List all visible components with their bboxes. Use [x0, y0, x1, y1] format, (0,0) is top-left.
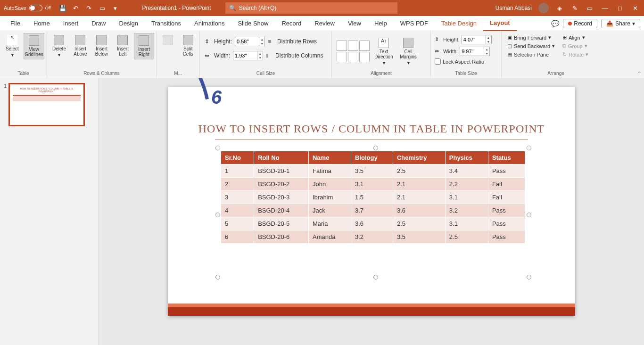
autosave-switch[interactable]	[29, 5, 42, 11]
table-header[interactable]: Status	[488, 151, 525, 164]
autosave-toggle[interactable]: AutoSave Off	[0, 5, 55, 11]
table-cell[interactable]: 3.5	[351, 164, 393, 178]
tab-home[interactable]: Home	[27, 16, 57, 31]
table-row[interactable]: 3BSGD-20-3Ibrahim1.52.13.1Fail	[221, 191, 525, 204]
table-row[interactable]: 6BSGD-20-6Amanda3.23.52.5Pass	[221, 230, 525, 244]
insert-above-button[interactable]: Insert Above	[70, 33, 91, 58]
tab-wpspdf[interactable]: WPS PDF	[394, 16, 435, 31]
qat-more-icon[interactable]: ▾	[111, 4, 120, 12]
user-name[interactable]: Usman Abbasi	[495, 5, 532, 11]
handle-tr[interactable]	[527, 146, 531, 150]
table-cell[interactable]: 1	[221, 164, 254, 178]
table-width-field[interactable]	[460, 49, 484, 54]
align-bc[interactable]	[348, 52, 358, 62]
table-cell[interactable]: 2.1	[393, 191, 445, 204]
table-cell[interactable]: Pass	[488, 204, 525, 217]
record-button[interactable]: Record	[563, 19, 597, 28]
table-cell[interactable]: 3.6	[351, 217, 393, 230]
thumbnail-image[interactable]: HOW TO INSERT ROWS / COLUMN IN TABLE IN …	[8, 83, 85, 126]
insert-below-button[interactable]: Insert Below	[91, 33, 112, 58]
merge-cells-button[interactable]: Merge Cells	[158, 33, 178, 58]
tab-file[interactable]: File	[4, 16, 27, 31]
distribute-rows-button[interactable]: Distribute Rows	[277, 38, 317, 45]
handle-tl[interactable]	[215, 146, 220, 150]
table-header[interactable]: Biology	[351, 151, 393, 164]
spin-up-icon[interactable]: ▴	[486, 35, 491, 40]
handle-bl[interactable]	[215, 275, 220, 279]
table-cell[interactable]: BSGD-20-3	[254, 191, 309, 204]
slide-title[interactable]: HOW TO INSERT ROWS / COLUMN IN TABLE IN …	[168, 123, 575, 135]
cell-margins-button[interactable]: Cell Margins▾	[398, 36, 419, 67]
insert-right-button[interactable]: Insert Right	[134, 33, 154, 59]
text-direction-button[interactable]: A↕Text Direction▾	[373, 36, 394, 67]
table-cell[interactable]: 2.5	[393, 217, 445, 230]
align-tc[interactable]	[348, 41, 358, 51]
diamond-icon[interactable]: ◈	[555, 4, 564, 12]
table-cell[interactable]: 3.1	[445, 191, 488, 204]
slide-thumbnails-panel[interactable]: 1 HOW TO INSERT ROWS / COLUMN IN TABLE I…	[0, 78, 99, 345]
undo-icon[interactable]: ↶	[72, 4, 80, 12]
spin-down-icon[interactable]: ▾	[259, 41, 264, 46]
table-cell[interactable]: Amanda	[308, 230, 351, 244]
handle-bc[interactable]	[373, 275, 378, 279]
table-row[interactable]: 4BSGD-20-4Jack3.73.63.2Pass	[221, 204, 525, 217]
table-cell[interactable]: BSGD-20-1	[254, 164, 309, 178]
table-cell[interactable]: 3.5	[393, 230, 445, 244]
table-header[interactable]: Name	[308, 151, 351, 164]
table-cell[interactable]: Fatima	[308, 164, 351, 178]
table-cell[interactable]: 2.5	[445, 230, 488, 244]
maximize-icon[interactable]: □	[616, 4, 624, 12]
pen-icon[interactable]: ✎	[570, 4, 579, 12]
table-row[interactable]: 2BSGD-20-2John3.12.12.2Fail	[221, 178, 525, 191]
slide-canvas[interactable]: 6 HOW TO INSERT ROWS / COLUMN IN TABLE I…	[168, 87, 575, 316]
minimize-icon[interactable]: —	[601, 4, 609, 12]
table-cell[interactable]: Pass	[488, 230, 525, 244]
table-cell[interactable]: BSGD-20-4	[254, 204, 309, 217]
table-cell[interactable]: Fail	[488, 191, 525, 204]
table-header[interactable]: Roll No	[254, 151, 309, 164]
align-br[interactable]	[359, 52, 370, 62]
table-header[interactable]: Chemistry	[393, 151, 445, 164]
handle-ml[interactable]	[215, 213, 220, 217]
table-cell[interactable]: 2.5	[393, 164, 445, 178]
table-cell[interactable]: John	[308, 178, 351, 191]
spin-down-icon[interactable]: ▾	[257, 56, 263, 60]
redo-icon[interactable]: ↷	[85, 4, 93, 12]
tab-help[interactable]: Help	[368, 16, 394, 31]
table-cell[interactable]: Fail	[488, 178, 525, 191]
table-cell[interactable]: Ibrahim	[308, 191, 351, 204]
table-cell[interactable]: 3.4	[445, 164, 488, 178]
search-box[interactable]: 🔍 Search (Alt+Q)	[225, 2, 397, 14]
collapse-ribbon-icon[interactable]: ⌃	[637, 71, 641, 76]
table-row[interactable]: 1BSGD-20-1Fatima3.52.53.4Pass	[221, 164, 525, 178]
lock-aspect-checkbox[interactable]	[435, 58, 441, 65]
table-cell[interactable]: Pass	[488, 164, 525, 178]
table-cell[interactable]: 3.1	[351, 178, 393, 191]
align-button[interactable]: ⊞Align▾	[561, 34, 590, 41]
tab-layout[interactable]: Layout	[483, 16, 517, 31]
table-cell[interactable]: 3	[221, 191, 254, 204]
align-tl[interactable]	[337, 41, 347, 51]
table-cell[interactable]: 3.2	[351, 230, 393, 244]
insert-left-button[interactable]: Insert Left	[113, 33, 133, 58]
table-height-input[interactable]: ▴▾	[462, 35, 492, 44]
slideshow-icon[interactable]: ▭	[98, 4, 107, 12]
cell-height-field[interactable]	[235, 39, 259, 44]
tab-record[interactable]: Record	[275, 16, 308, 31]
view-gridlines-button[interactable]: View Gridlines	[24, 33, 44, 59]
table-width-input[interactable]: ▴▾	[460, 47, 490, 56]
spin-up-icon[interactable]: ▴	[484, 47, 489, 51]
distribute-cols-button[interactable]: Distribute Columns	[275, 52, 323, 59]
tab-design[interactable]: Design	[113, 16, 145, 31]
table-height-field[interactable]	[462, 37, 486, 42]
save-icon[interactable]: 💾	[58, 4, 67, 12]
table-cell[interactable]: 3.7	[351, 204, 393, 217]
window-mode-icon[interactable]: ▭	[586, 4, 594, 12]
tab-insert[interactable]: Insert	[57, 16, 85, 31]
table-cell[interactable]: 3.6	[393, 204, 445, 217]
slide-editor[interactable]: 6 HOW TO INSERT ROWS / COLUMN IN TABLE I…	[99, 78, 644, 345]
handle-tc[interactable]	[373, 146, 378, 150]
align-bl[interactable]	[337, 52, 347, 62]
split-cells-button[interactable]: Split Cells	[179, 33, 198, 58]
table-header[interactable]: Physics	[445, 151, 488, 164]
